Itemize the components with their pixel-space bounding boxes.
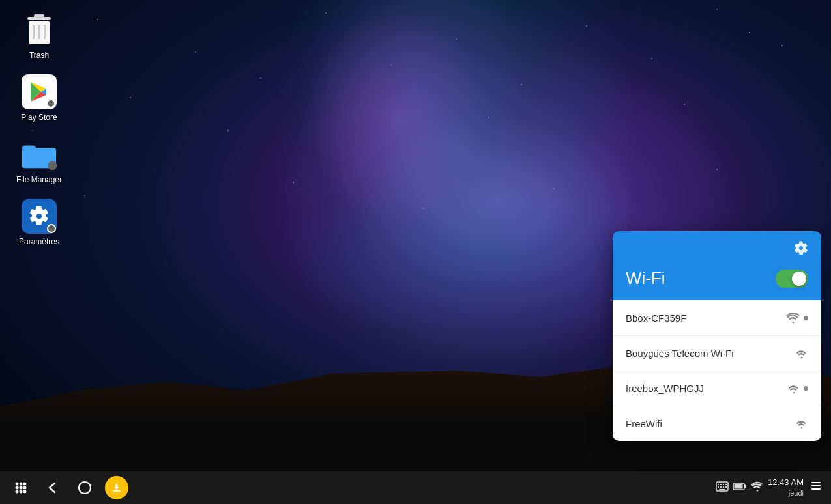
svg-point-22 [79,482,91,494]
svg-rect-28 [725,484,727,485]
svg-rect-25 [718,484,719,485]
back-button[interactable] [38,473,67,502]
parametres-label: Paramètres [19,237,59,246]
network-item-bouygues[interactable]: Bouygues Telecom Wi-Fi [613,336,821,371]
trash-label: Trash [29,51,49,60]
svg-point-16 [16,486,19,490]
network-name-freewifi: FreeWifi [626,418,662,429]
svg-rect-36 [735,484,743,488]
svg-point-20 [20,490,23,494]
wifi-header [613,231,821,268]
taskbar-right: 12:43 AM jeudi [716,477,824,499]
svg-rect-37 [811,482,821,483]
system-clock: 12:43 AM jeudi [768,477,804,499]
play-store-icon-image [21,74,57,110]
desktop-icon-area: Trash Play Store [0,0,78,259]
wifi-signal-freebox [787,384,808,394]
network-item-freebox[interactable]: freebox_WPHGJJ [613,371,821,406]
clock-date: jeudi [768,488,804,498]
svg-rect-1 [34,14,44,18]
svg-rect-32 [725,486,727,488]
trash-icon-image [21,12,57,48]
network-name-bouygues: Bouygues Telecom Wi-Fi [626,348,734,359]
wifi-signal-bbox [786,312,808,324]
lock-indicator-bbox [804,316,808,320]
svg-point-17 [20,486,23,490]
file-manager-icon-image [21,136,57,173]
svg-rect-38 [811,485,821,486]
file-manager-label: File Manager [16,175,62,184]
svg-rect-31 [723,486,724,488]
parametres-icon-image [21,198,57,234]
svg-rect-27 [723,484,724,485]
wifi-signal-freewifi [795,419,808,429]
wifi-settings-icon[interactable] [794,241,808,259]
svg-point-13 [16,483,19,486]
svg-rect-3 [33,25,35,39]
clock-time: 12:43 AM [768,477,804,488]
network-item-bbox[interactable]: Bbox-CF359F [613,300,821,336]
svg-point-19 [16,490,19,494]
wifi-toggle-row: Wi-Fi [613,268,821,300]
svg-rect-5 [44,25,46,39]
wifi-tray-icon[interactable] [751,481,764,494]
wifi-toggle[interactable] [776,270,808,288]
file-manager-icon[interactable]: File Manager [7,131,72,189]
wifi-signal-bouygues [795,348,808,359]
trash-icon[interactable]: Trash [7,7,72,65]
play-store-label: Play Store [21,113,57,122]
svg-point-15 [23,483,27,486]
svg-rect-39 [811,488,821,490]
svg-point-12 [48,161,57,169]
system-tray: 12:43 AM jeudi [716,477,824,499]
network-item-freewifi[interactable]: FreeWifi [613,406,821,441]
svg-rect-30 [720,486,722,488]
svg-rect-4 [38,25,40,39]
tray-menu-button[interactable] [808,477,824,497]
svg-rect-33 [719,489,725,490]
taskbar: 12:43 AM jeudi [0,471,831,504]
svg-rect-23 [113,490,121,492]
wifi-title: Wi-Fi [626,268,665,288]
svg-point-14 [20,483,23,486]
desktop: Trash Play Store [0,0,831,504]
svg-rect-29 [718,486,719,488]
svg-rect-26 [720,484,722,485]
svg-rect-35 [744,484,746,488]
play-store-icon[interactable]: Play Store [7,68,72,127]
keyboard-tray-icon[interactable] [716,481,729,494]
battery-tray-icon[interactable] [733,482,747,494]
svg-point-21 [23,490,27,494]
apps-button[interactable] [7,473,35,502]
toggle-knob [792,272,806,286]
network-name-freebox: freebox_WPHGJJ [626,383,704,394]
parametres-icon[interactable]: Paramètres [7,193,72,251]
taskbar-left [7,473,128,502]
wifi-panel: Wi-Fi Bbox-CF359F [613,231,821,441]
svg-point-18 [23,486,27,490]
network-name-bbox: Bbox-CF359F [626,313,686,324]
home-button[interactable] [70,473,99,502]
wifi-network-list: Bbox-CF359F Bouygues Telecom Wi-Fi [613,300,821,441]
download-button[interactable] [105,476,128,499]
lock-indicator-freebox [804,386,808,391]
